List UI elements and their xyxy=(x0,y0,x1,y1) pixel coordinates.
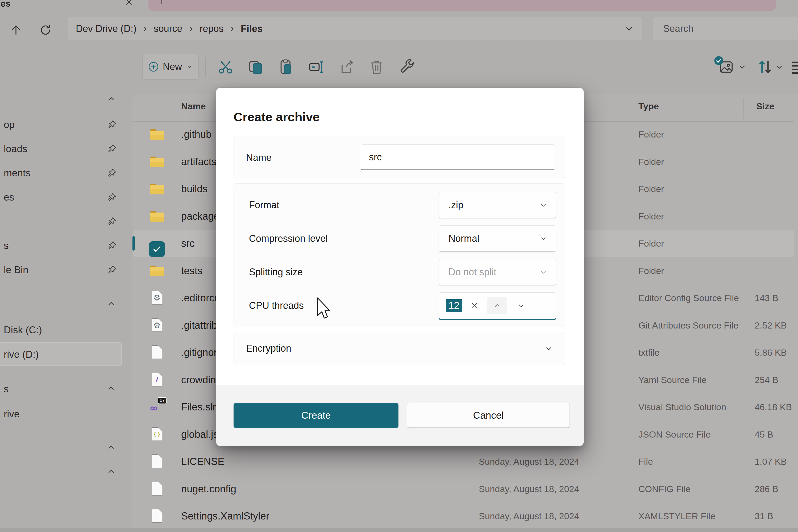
checkbox-checked[interactable] xyxy=(149,241,165,257)
sidebar-item[interactable]: loads xyxy=(0,137,128,161)
sort-chevron-icon[interactable] xyxy=(775,62,784,72)
pin-icon[interactable] xyxy=(107,192,118,203)
file-type-icon xyxy=(150,481,165,497)
section-collapse-icon[interactable] xyxy=(106,383,118,394)
column-header-type[interactable]: Type xyxy=(639,101,659,111)
clear-icon[interactable] xyxy=(470,301,479,310)
file-name[interactable]: src xyxy=(181,230,195,257)
file-type: txtfile xyxy=(639,339,660,366)
option-dropdown[interactable]: .zip xyxy=(439,192,556,218)
file-type: File xyxy=(639,448,653,475)
file-size: 286 B xyxy=(755,475,778,502)
pin-icon[interactable] xyxy=(107,144,118,154)
pin-icon[interactable] xyxy=(107,265,118,275)
pin-icon[interactable] xyxy=(107,216,118,227)
sidebar-item-drive[interactable]: rive (D:) xyxy=(0,343,128,366)
breadcrumb-item[interactable]: Dev Drive (D:) xyxy=(76,23,136,34)
sidebar-item[interactable]: s xyxy=(0,234,128,258)
section-collapse-icon[interactable] xyxy=(106,442,118,453)
details-layout-icon[interactable] xyxy=(789,58,798,77)
navigate-up-button[interactable] xyxy=(9,23,23,37)
file-name[interactable]: Files.sln xyxy=(181,394,218,421)
file-type-icon xyxy=(150,345,165,360)
file-name[interactable]: nuget.config xyxy=(181,475,236,502)
search-placeholder: Search xyxy=(663,23,694,34)
file-type: Folder xyxy=(639,257,664,284)
view-options-icon[interactable] xyxy=(716,57,736,77)
search-input[interactable]: Search xyxy=(653,17,798,40)
file-type-icon: ! xyxy=(150,372,165,387)
chevron-down-icon xyxy=(544,344,554,353)
dialog-option-row: Compression levelNormal xyxy=(234,222,565,255)
sidebar-item[interactable] xyxy=(0,210,128,233)
pin-icon[interactable] xyxy=(107,241,118,251)
sidebar-item[interactable]: ments xyxy=(0,161,128,185)
section-collapse-icon[interactable] xyxy=(106,94,118,104)
file-name[interactable]: .github xyxy=(181,121,211,148)
file-row[interactable]: nuget.configSunday, August 18, 2024CONFI… xyxy=(133,475,794,502)
tab-close-icon[interactable] xyxy=(125,0,134,5)
dialog-option-row: Splitting sizeDo not split xyxy=(234,255,565,289)
share-icon[interactable] xyxy=(337,57,357,77)
decrement-button[interactable] xyxy=(515,297,527,315)
file-icon xyxy=(152,345,162,359)
sidebar-item-cloud[interactable]: rive xyxy=(0,402,128,426)
view-options-chevron-icon[interactable] xyxy=(737,62,747,72)
folder-icon xyxy=(150,263,165,279)
sidebar-item[interactable]: es xyxy=(0,185,128,209)
sidebar-item-label: ments xyxy=(4,168,31,179)
breadcrumb-dropdown-icon[interactable] xyxy=(624,23,634,34)
refresh-button[interactable] xyxy=(38,23,53,37)
dialog-footer: Create Cancel xyxy=(216,385,584,446)
rename-icon[interactable] xyxy=(307,57,326,77)
file-name[interactable]: tests xyxy=(181,257,203,284)
file-name[interactable]: artifacts xyxy=(181,148,216,175)
options-card: Format.zipCompression levelNormalSplitti… xyxy=(233,183,565,327)
sort-icon[interactable] xyxy=(755,57,775,77)
active-tab-strip[interactable] xyxy=(148,0,776,11)
file-row[interactable]: Settings.XamlStylerSunday, August 18, 20… xyxy=(133,502,794,530)
pin-icon[interactable] xyxy=(107,168,118,178)
breadcrumb-item[interactable]: repos xyxy=(200,23,224,34)
encryption-label: Encryption xyxy=(246,343,291,354)
breadcrumb-item[interactable]: Files xyxy=(241,23,263,34)
cpu-threads-stepper[interactable]: 12 xyxy=(439,292,556,320)
new-button[interactable]: New xyxy=(142,54,199,79)
create-button[interactable]: Create xyxy=(233,403,398,428)
file-size: 254 B xyxy=(755,366,778,394)
sidebar-item-label: loads xyxy=(4,144,27,155)
column-header-size[interactable]: Size xyxy=(756,101,774,111)
archive-name-input[interactable]: src xyxy=(361,145,555,170)
toolbar-divider xyxy=(205,57,206,77)
file-type: Folder xyxy=(639,121,664,148)
sidebar-item[interactable]: op xyxy=(0,113,128,137)
option-label: Format xyxy=(249,188,279,222)
copy-icon[interactable] xyxy=(246,57,265,77)
cut-icon[interactable] xyxy=(216,57,235,77)
file-row[interactable]: LICENSESunday, August 18, 2024File1.07 K… xyxy=(133,448,794,475)
file-name[interactable]: builds xyxy=(181,175,208,203)
tools-icon[interactable] xyxy=(397,57,417,77)
new-tab-icon[interactable] xyxy=(162,0,162,4)
breadcrumb[interactable]: Dev Drive (D:)›source›repos›Files xyxy=(68,17,642,40)
breadcrumb-item[interactable]: source xyxy=(154,23,183,34)
delete-icon[interactable] xyxy=(367,57,386,77)
sidebar-item-label: rive xyxy=(4,408,20,420)
cancel-button[interactable]: Cancel xyxy=(407,403,570,428)
sidebar-item-label: Disk (C:) xyxy=(4,324,42,336)
column-header-name[interactable]: Name xyxy=(181,101,206,111)
increment-button[interactable] xyxy=(487,297,507,315)
option-dropdown[interactable]: Normal xyxy=(439,225,556,252)
file-name[interactable]: Settings.XamlStyler xyxy=(181,502,269,530)
sidebar-item-drive[interactable]: Disk (C:) xyxy=(0,318,128,342)
sidebar-item[interactable]: le Bin xyxy=(0,258,128,282)
pin-icon[interactable] xyxy=(107,119,118,130)
section-collapse-icon[interactable] xyxy=(106,466,118,477)
section-collapse-icon[interactable] xyxy=(106,299,118,309)
encryption-expander[interactable]: Encryption xyxy=(233,332,565,365)
file-name[interactable]: LICENSE xyxy=(181,448,225,475)
paste-icon[interactable] xyxy=(277,57,296,77)
cpu-threads-value[interactable]: 12 xyxy=(446,299,462,312)
sidebar-item-label: op xyxy=(4,119,15,130)
file-type: Folder xyxy=(639,230,664,257)
